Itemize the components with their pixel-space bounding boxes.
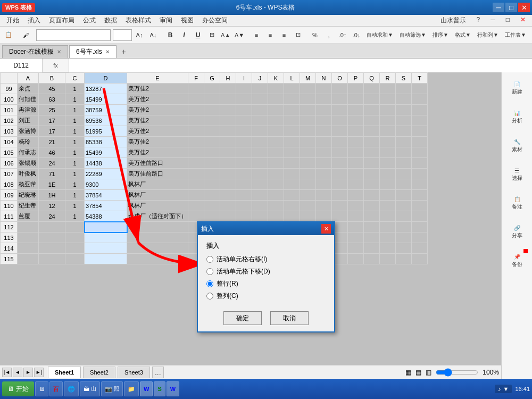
cell-a[interactable]: 何旭佳	[18, 94, 39, 105]
col-header-R[interactable]: R	[380, 73, 396, 84]
cell-empty[interactable]	[396, 94, 412, 105]
cell-empty[interactable]	[396, 115, 412, 126]
number-format-button[interactable]: %	[309, 29, 321, 41]
cell-empty[interactable]	[348, 115, 364, 126]
cell-empty[interactable]	[364, 232, 380, 243]
cell-empty[interactable]	[220, 158, 236, 169]
align-left-button[interactable]: ≡	[250, 29, 263, 41]
cell-empty[interactable]	[284, 201, 300, 211]
cell-empty[interactable]	[252, 115, 268, 126]
cell-empty[interactable]	[220, 201, 236, 211]
taskbar-item-9[interactable]: W	[167, 381, 179, 396]
menu-start[interactable]: 开始	[2, 15, 23, 26]
menu-data[interactable]: 数据	[100, 15, 121, 26]
network-icon[interactable]: ▼	[503, 386, 509, 392]
cell-empty[interactable]	[412, 222, 428, 232]
cell-c[interactable]: 1	[65, 105, 85, 115]
cell-empty[interactable]	[364, 243, 380, 254]
border-button[interactable]: ⊞	[205, 29, 218, 41]
cell-empty[interactable]	[396, 201, 412, 211]
cell-empty[interactable]	[188, 158, 204, 169]
cell-empty[interactable]	[316, 147, 332, 158]
cell-empty[interactable]	[380, 254, 396, 264]
cell-empty[interactable]	[348, 126, 364, 137]
cell-b[interactable]: 63	[39, 94, 65, 105]
radio-row-input[interactable]	[206, 280, 213, 287]
cell-empty[interactable]	[188, 137, 204, 147]
cell-empty[interactable]	[188, 211, 204, 222]
rp-select-button[interactable]: ☰ 选择	[504, 161, 530, 188]
cell-a[interactable]: 余点	[18, 84, 39, 94]
cell-empty[interactable]	[268, 115, 284, 126]
cell-empty[interactable]	[316, 137, 332, 147]
cell-c[interactable]: 1	[65, 84, 85, 94]
cell-empty[interactable]	[284, 137, 300, 147]
cell-empty[interactable]	[300, 105, 316, 115]
cell-empty[interactable]	[268, 84, 284, 94]
taskbar-item-7[interactable]: W	[140, 381, 153, 396]
sort-button[interactable]: 排序▼	[430, 29, 451, 41]
cell-empty[interactable]	[396, 105, 412, 115]
decimal-dec-button[interactable]: .0↓	[350, 29, 363, 41]
cell-empty[interactable]	[284, 211, 300, 222]
cell-a[interactable]	[18, 222, 39, 232]
font-size-input[interactable]: 9	[113, 29, 132, 41]
cell-empty[interactable]	[348, 190, 364, 201]
col-header-A[interactable]: A	[18, 73, 39, 84]
cell-empty[interactable]	[396, 211, 412, 222]
format-painter-button[interactable]: 🖌	[19, 29, 32, 41]
cell-empty[interactable]	[396, 137, 412, 147]
cell-empty[interactable]	[268, 201, 284, 211]
cell-empty[interactable]	[300, 115, 316, 126]
cell-empty[interactable]	[236, 190, 252, 201]
cell-c[interactable]: 1	[65, 126, 85, 137]
cell-empty[interactable]	[220, 105, 236, 115]
cell-d[interactable]: 37854	[85, 190, 127, 201]
cell-empty[interactable]	[236, 84, 252, 94]
cell-empty[interactable]	[380, 222, 396, 232]
menu-extra1[interactable]: 山水普乐	[436, 15, 470, 26]
cell-empty[interactable]	[18, 232, 39, 243]
cell-empty[interactable]	[364, 147, 380, 158]
cell-empty[interactable]	[188, 84, 204, 94]
menu-formula[interactable]: 公式	[79, 15, 100, 26]
cell-c[interactable]: 1	[65, 201, 85, 211]
cell-empty[interactable]	[284, 169, 300, 179]
cell-empty[interactable]	[220, 211, 236, 222]
find-select-button[interactable]: 查找选择▼	[530, 29, 532, 41]
cell-e[interactable]: 美万佳2	[127, 105, 188, 115]
col-header-D[interactable]: D	[85, 73, 127, 84]
cell-reference[interactable]: D112	[0, 59, 43, 72]
cell-c[interactable]: 1	[65, 179, 85, 190]
cell-empty[interactable]	[364, 222, 380, 232]
cell-empty[interactable]	[252, 94, 268, 105]
cell-empty[interactable]	[348, 254, 364, 264]
col-header-B[interactable]: B	[39, 73, 65, 84]
cell-empty[interactable]	[412, 211, 428, 222]
minimize-button[interactable]: ─	[493, 3, 504, 12]
cell-empty[interactable]	[412, 254, 428, 264]
font-color-button[interactable]: A▼	[233, 29, 246, 41]
cell-empty[interactable]	[236, 105, 252, 115]
cell-b[interactable]: 24	[39, 158, 65, 169]
radio-col-input[interactable]	[206, 293, 213, 300]
cell-b[interactable]: 21	[39, 137, 65, 147]
cell-empty[interactable]	[220, 94, 236, 105]
cell-empty[interactable]	[380, 94, 396, 105]
cell-empty[interactable]	[364, 115, 380, 126]
maximize-button[interactable]: □	[505, 3, 517, 12]
cell-empty[interactable]	[380, 126, 396, 137]
cell-empty[interactable]	[300, 147, 316, 158]
cell-empty[interactable]	[380, 211, 396, 222]
cell-empty[interactable]	[348, 201, 364, 211]
cell-empty[interactable]	[348, 84, 364, 94]
cell-empty[interactable]	[204, 105, 220, 115]
cell-empty[interactable]	[268, 169, 284, 179]
cell-a[interactable]: 何承志	[18, 147, 39, 158]
cell-empty[interactable]	[252, 147, 268, 158]
start-button[interactable]: 🖥 开始	[2, 381, 34, 396]
cell-empty[interactable]	[332, 211, 348, 222]
cell-empty[interactable]	[127, 243, 188, 254]
cell-empty[interactable]	[396, 254, 412, 264]
cell-empty[interactable]	[316, 105, 332, 115]
